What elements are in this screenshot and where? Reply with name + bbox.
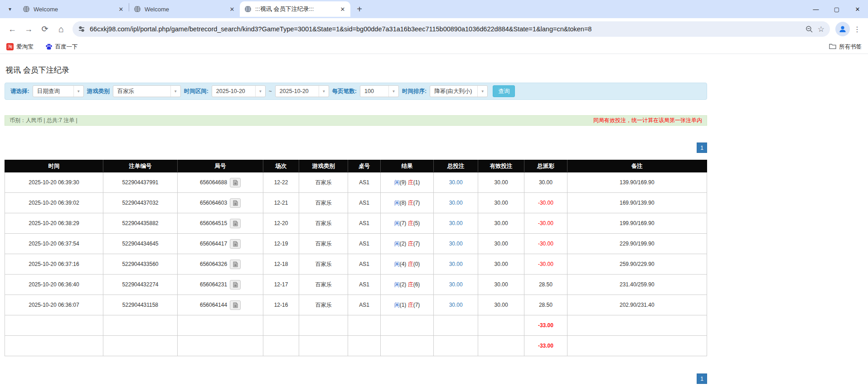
- total-bet-link[interactable]: 30.00: [434, 172, 478, 193]
- round-detail-button[interactable]: [230, 198, 241, 208]
- round-detail-button[interactable]: [230, 239, 241, 249]
- all-bookmarks-button[interactable]: 所有书签: [829, 43, 862, 51]
- total-cell: 210.00: [478, 336, 524, 356]
- tab-search-button[interactable]: ▾: [4, 3, 16, 15]
- game-type-cell: 百家乐: [299, 193, 348, 213]
- bet-id-cell: 522904431158: [103, 295, 177, 315]
- folder-icon: [829, 43, 836, 51]
- tab-close-icon[interactable]: ✕: [339, 5, 347, 13]
- total-bet-link[interactable]: 30.00: [434, 234, 478, 254]
- session-cell: 12-22: [263, 172, 299, 193]
- page-1-button[interactable]: 1: [697, 373, 707, 384]
- forward-icon[interactable]: →: [21, 21, 36, 37]
- search-button[interactable]: 查询: [493, 85, 515, 97]
- total-bet-link[interactable]: 30.00: [434, 275, 478, 295]
- page-size-select[interactable]: 100 ▼: [360, 85, 399, 97]
- column-header: 场次: [263, 160, 299, 172]
- date-from-select[interactable]: 2025-10-20 ▼: [212, 85, 266, 97]
- result-player: 闲: [394, 302, 400, 308]
- round-detail-button[interactable]: [230, 300, 241, 310]
- info-notice-text: 同局有效投注，统一计算在该局第一张注单内: [593, 117, 702, 124]
- menu-kebab-icon[interactable]: ⋮: [851, 21, 863, 37]
- column-header: 总投注: [434, 160, 478, 172]
- game-type-label: 游戏类别: [87, 88, 110, 95]
- tab-title: :::视讯 会员下注纪录:::: [255, 5, 339, 13]
- minimize-button[interactable]: —: [805, 0, 826, 18]
- home-icon[interactable]: ⌂: [53, 21, 69, 37]
- time-cell: 2025-10-20 06:39:30: [5, 172, 103, 193]
- url-text[interactable]: 66cxkj98.com/ipl/portal.php/game/betreco…: [90, 25, 801, 33]
- subtotal-row: 小计7210.00210.00-33.00: [5, 315, 707, 336]
- total-cell: [348, 336, 380, 356]
- query-mode-select[interactable]: 日期查询 ▼: [33, 85, 84, 97]
- date-to-select[interactable]: 2025-10-20 ▼: [275, 85, 329, 97]
- total-bet-link[interactable]: 30.00: [434, 193, 478, 213]
- result-banker: 庄: [408, 302, 413, 308]
- table-number-cell: AS1: [348, 275, 380, 295]
- round-cell: 656064326: [178, 254, 263, 275]
- page-title: 视讯 会员下注纪录: [5, 65, 707, 75]
- window-controls: — ▢ ✕: [805, 0, 868, 18]
- tab-close-icon[interactable]: ✕: [117, 5, 125, 13]
- time-sort-select[interactable]: 降幂(由大到小) ▼: [430, 85, 488, 97]
- sort-label: 时间排序:: [402, 88, 427, 95]
- round-detail-button[interactable]: [230, 260, 241, 269]
- game-type-select[interactable]: 百家乐 ▼: [113, 85, 181, 97]
- bookmark-item-2[interactable]: 百度一下: [45, 43, 78, 51]
- site-settings-icon[interactable]: [78, 25, 85, 33]
- subtotal-cell: 7: [103, 315, 177, 336]
- date-range-label: 时间区间:: [184, 88, 209, 95]
- column-header: 结果: [380, 160, 434, 172]
- browser-tab-3[interactable]: :::视讯 会员下注纪录:::✕: [240, 1, 350, 17]
- total-bet-link[interactable]: 30.00: [434, 295, 478, 315]
- game-type-cell: 百家乐: [299, 172, 348, 193]
- bet-id-cell: 522904437991: [103, 172, 177, 193]
- round-cell: 656064515: [178, 213, 263, 234]
- tab-close-icon[interactable]: ✕: [228, 5, 236, 13]
- close-button[interactable]: ✕: [847, 0, 868, 18]
- maximize-button[interactable]: ▢: [826, 0, 847, 18]
- total-bet-link[interactable]: 30.00: [434, 213, 478, 234]
- total-cell: [380, 336, 434, 356]
- round-detail-button[interactable]: [230, 219, 241, 228]
- new-tab-button[interactable]: +: [353, 3, 366, 15]
- round-detail-button[interactable]: [230, 280, 241, 290]
- subtotal-cell: [567, 315, 707, 336]
- bookmarks-container: 淘爱淘宝百度一下: [6, 43, 78, 51]
- column-header: 时间: [5, 160, 103, 172]
- chevron-down-icon: ▼: [255, 86, 265, 97]
- result-banker: 庄: [408, 220, 413, 226]
- reload-icon[interactable]: ⟳: [37, 21, 53, 37]
- subtotal-cell: -33.00: [524, 315, 567, 336]
- round-record-icon: [233, 241, 238, 247]
- baidu-paw-icon: [45, 43, 53, 50]
- profile-avatar[interactable]: [835, 22, 850, 36]
- result-banker: 庄: [408, 179, 413, 186]
- total-bet-link[interactable]: 30.00: [434, 254, 478, 275]
- round-number: 656064326: [200, 261, 227, 267]
- result-cell: 闲(2) 庄(6): [380, 275, 434, 295]
- page-1-button[interactable]: 1: [697, 142, 707, 153]
- round-detail-button[interactable]: [230, 178, 241, 187]
- bookmark-star-icon[interactable]: ☆: [818, 25, 824, 34]
- address-bar[interactable]: 66cxkj98.com/ipl/portal.php/game/betreco…: [73, 21, 830, 37]
- browser-tab-1[interactable]: Welcome✕: [18, 1, 129, 17]
- back-icon[interactable]: ←: [5, 21, 20, 37]
- valid-bet-cell: 30.00: [478, 213, 524, 234]
- taobao-icon: 淘: [6, 43, 14, 50]
- total-cell: [178, 336, 263, 356]
- browser-tab-2[interactable]: Welcome✕: [129, 1, 240, 17]
- zoom-level-icon[interactable]: [805, 25, 813, 33]
- session-cell: 12-18: [263, 254, 299, 275]
- total-row: 总计7210.00210.00-33.00: [5, 336, 707, 356]
- session-cell: 12-20: [263, 213, 299, 234]
- round-number: 656064515: [200, 220, 227, 226]
- table-row: 2025-10-20 06:36:07522904431158656064144…: [5, 295, 707, 315]
- round-number: 656064144: [200, 302, 227, 308]
- tab-title: Welcome: [145, 6, 228, 13]
- pagination-top: 1: [5, 142, 707, 153]
- round-record-icon: [233, 221, 238, 226]
- bet-id-cell: 522904437032: [103, 193, 177, 213]
- result-cell: 闲(7) 庄(5): [380, 213, 434, 234]
- bookmark-item-1[interactable]: 淘爱淘宝: [6, 43, 34, 51]
